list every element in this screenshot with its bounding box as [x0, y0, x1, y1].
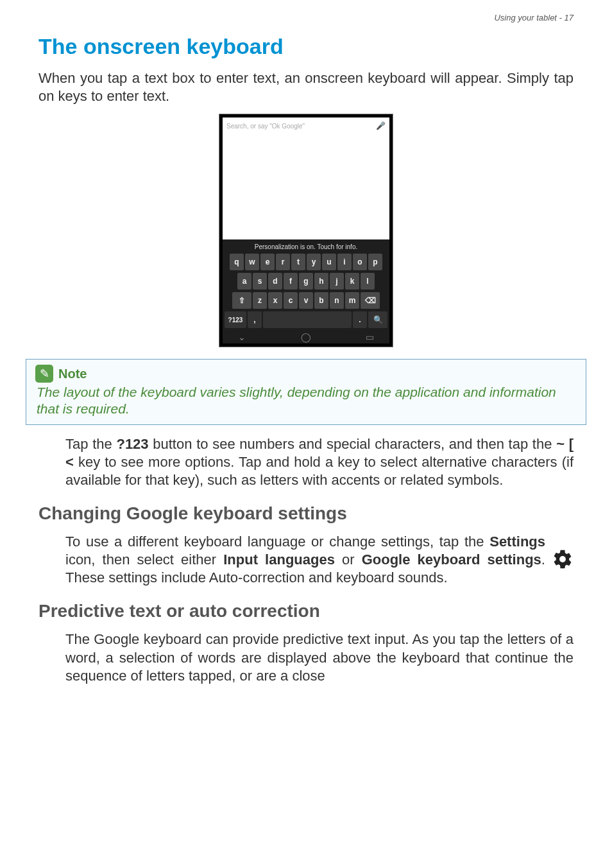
key-c: c [284, 292, 298, 309]
key-g: g [299, 273, 313, 290]
text-span: Tap the [65, 436, 116, 452]
key-space [263, 311, 352, 328]
text-span: button to see numbers and special charac… [149, 436, 557, 452]
key-q: q [230, 254, 244, 270]
note-header: ✎ Note [35, 365, 577, 383]
bold-text: Settings [489, 534, 545, 550]
text-span: icon, then select either [65, 551, 223, 568]
page-header: Using your tablet - 17 [38, 13, 574, 22]
key-o: o [353, 254, 367, 270]
settings-paragraph: To use a different keyboard language or … [65, 533, 545, 587]
key-n: n [330, 292, 344, 309]
keyboard-area: Personalization is on. Touch for info. q… [223, 239, 389, 343]
key-z: z [253, 292, 267, 309]
nav-back-icon: ⌄ [238, 332, 246, 342]
paragraph-after-note: Tap the ?123 button to see numbers and s… [65, 435, 574, 489]
pencil-icon: ✎ [35, 365, 53, 383]
search-bar: Search, or say "Ok Google" 🎤 [226, 121, 386, 130]
key-x: x [268, 292, 282, 309]
key-i: i [337, 254, 352, 270]
key-r: r [276, 254, 290, 270]
settings-paragraph-block: To use a different keyboard language or … [65, 533, 574, 587]
key-e: e [260, 254, 275, 270]
mic-icon: 🎤 [376, 121, 386, 130]
search-placeholder: Search, or say "Ok Google" [226, 123, 305, 130]
key-k: k [345, 273, 359, 290]
key-y: y [307, 254, 321, 270]
phone-screen-top: Search, or say "Ok Google" 🎤 [223, 117, 389, 239]
heading-keyboard-settings: Changing Google keyboard settings [38, 503, 574, 524]
keyboard-row-4: ?123 , . 🔍 [223, 310, 389, 329]
note-body: The layout of the keyboard varies slight… [37, 384, 577, 418]
keyboard-row-3: ⇧ z x c v b n m ⌫ [223, 291, 389, 310]
key-period: . [353, 311, 367, 328]
key-l: l [361, 273, 375, 290]
key-f: f [284, 273, 298, 290]
key-h: h [314, 273, 328, 290]
page-title: The onscreen keyboard [38, 34, 574, 59]
text-span: To use a different keyboard language or … [65, 534, 489, 550]
gear-icon [552, 548, 574, 573]
intro-paragraph: When you tap a text box to enter text, a… [38, 69, 574, 105]
key-u: u [322, 254, 336, 270]
key-m: m [345, 292, 359, 309]
key-w: w [245, 254, 259, 270]
key-shift: ⇧ [232, 292, 251, 309]
key-backspace: ⌫ [361, 292, 380, 309]
key-d: d [268, 273, 282, 290]
key-symbols: ?123 [225, 311, 246, 328]
screenshot-container: Search, or say "Ok Google" 🎤 Personaliza… [38, 114, 574, 347]
android-navbar: ⌄ ◯ ▭ [223, 329, 389, 343]
keyboard-row-1: q w e r t y u i o p [223, 252, 389, 272]
key-search: 🔍 [368, 311, 387, 328]
paragraph-predictive: The Google keyboard can provide predicti… [65, 630, 574, 684]
bold-text: Input languages [223, 551, 335, 568]
note-callout: ✎ Note The layout of the keyboard varies… [26, 359, 586, 425]
bold-text: ?123 [116, 436, 148, 452]
key-t: t [291, 254, 305, 270]
key-b: b [314, 292, 328, 309]
key-p: p [368, 254, 382, 270]
phone-mockup: Search, or say "Ok Google" 🎤 Personaliza… [219, 114, 393, 347]
text-span: or [335, 551, 362, 568]
key-j: j [330, 273, 344, 290]
key-a: a [237, 273, 251, 290]
bold-text: Google keyboard settings [362, 551, 541, 568]
key-comma: , [248, 311, 262, 328]
keyboard-row-2: a s d f g h j k l [223, 272, 389, 291]
text-span: key to see more options. Tap and hold a … [65, 454, 574, 488]
key-s: s [253, 273, 267, 290]
heading-predictive-text: Predictive text or auto correction [38, 601, 574, 621]
keyboard-hint: Personalization is on. Touch for info. [223, 241, 389, 252]
nav-recent-icon: ▭ [366, 332, 374, 342]
nav-home-icon: ◯ [301, 332, 311, 342]
note-title: Note [58, 367, 87, 381]
key-v: v [299, 292, 313, 309]
